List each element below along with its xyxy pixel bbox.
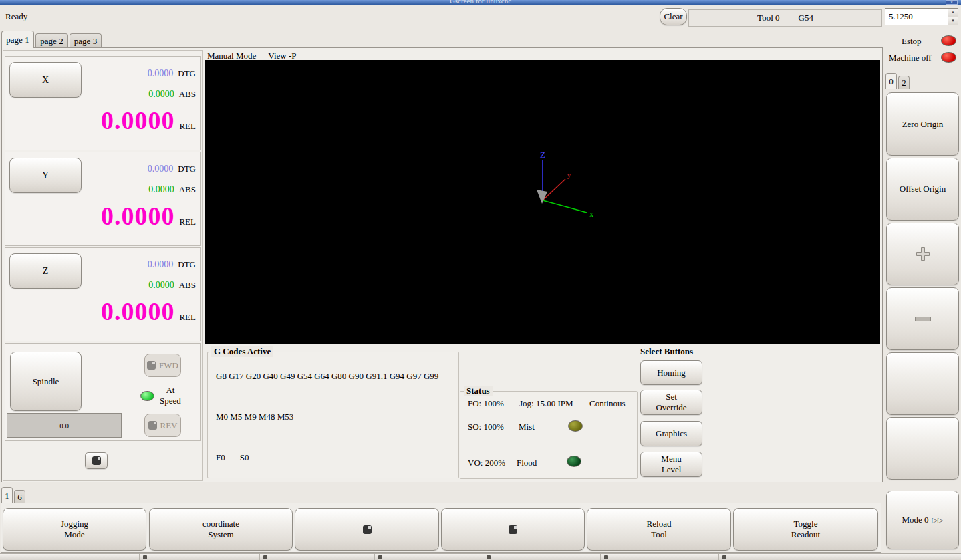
- homing-button[interactable]: Homing: [640, 360, 702, 385]
- tab-page-1[interactable]: page 1: [1, 31, 34, 48]
- tab-page-2[interactable]: page 2: [35, 33, 68, 48]
- machine-off-label: Machine off: [889, 53, 932, 63]
- tab-page-3[interactable]: page 3: [70, 33, 102, 48]
- bottom-tab-6[interactable]: 6: [14, 490, 25, 503]
- bottom-tab-1[interactable]: 1: [1, 487, 13, 503]
- rel-label: REL: [179, 312, 196, 323]
- axis-y-button[interactable]: Y: [9, 158, 82, 193]
- velocity-override-label: VO: 200%: [468, 458, 505, 468]
- taskbar-divider: [483, 554, 483, 560]
- taskbar-divider: [259, 554, 260, 560]
- status-frame-title: Status: [464, 386, 493, 396]
- bottom-blank-button-1[interactable]: [295, 508, 439, 551]
- window-title: Gscreen for linuxcnc: [0, 0, 961, 5]
- bottom-blank-button-2[interactable]: [441, 508, 585, 551]
- spin-down-icon[interactable]: ▼: [948, 17, 958, 25]
- jogging-mode-button[interactable]: Jogging Mode: [3, 508, 146, 551]
- toggle-readout-button[interactable]: Toggle Readout: [733, 508, 878, 551]
- spindle-override-label: SO: 100%: [468, 422, 504, 432]
- x-abs-value: 0.0000: [148, 89, 174, 100]
- feed-override-label: FO: 100%: [468, 398, 504, 409]
- active-gcode-label: G54: [799, 13, 813, 23]
- y-abs-value: 0.0000: [148, 184, 174, 195]
- offset-origin-button[interactable]: Offset Origin: [886, 158, 959, 221]
- flood-led: [567, 456, 581, 467]
- zero-origin-button[interactable]: Zero Origin: [886, 92, 959, 156]
- application-window: Gscreen for linuxcnc × Ready Clear Tool …: [0, 0, 961, 560]
- dro-panel: X 0.0000DTG 0.0000ABS 0.0000REL Y 0.0000…: [3, 50, 203, 481]
- set-override-button[interactable]: Set Override: [640, 390, 702, 415]
- coordinate-system-button[interactable]: coordinate System: [149, 508, 293, 551]
- spindle-fwd-label: FWD: [159, 360, 178, 371]
- mode-button[interactable]: Mode 0 ▷▷: [886, 491, 959, 549]
- spin-up-icon[interactable]: ▲: [948, 9, 958, 17]
- axis-x-label: x: [589, 209, 593, 219]
- reload-tool-button[interactable]: Reload Tool: [587, 508, 731, 551]
- z-rel-value: 0.0000: [101, 297, 175, 326]
- axis-x-button[interactable]: X: [9, 62, 82, 98]
- crosshair-icon: [915, 246, 931, 262]
- x-rel-value: 0.0000: [101, 106, 175, 135]
- spindle-button[interactable]: Spindle: [10, 352, 82, 411]
- fast-forward-icon: ▷▷: [932, 516, 944, 525]
- image-icon: [363, 525, 372, 534]
- right-blank-button-2[interactable]: [886, 417, 959, 480]
- spindle-extra-button[interactable]: [85, 452, 108, 469]
- y-rel-value: 0.0000: [101, 201, 175, 231]
- rel-label: REL: [179, 217, 196, 227]
- right-blank-button-1[interactable]: [886, 352, 959, 415]
- axes-origin-graphic: Z x y: [205, 60, 880, 344]
- tool-number-label: Tool 0: [757, 13, 779, 23]
- taskbar-divider: [600, 554, 601, 560]
- x-dtg-value: 0.0000: [148, 68, 174, 79]
- value-spinbox[interactable]: ▲ ▼: [885, 8, 958, 25]
- status-frame: Status FO: 100% Jog: 15.00 IPM Continous…: [460, 391, 638, 479]
- spindle-fwd-button[interactable]: FWD: [144, 354, 181, 377]
- window-titlebar[interactable]: Gscreen for linuxcnc ×: [0, 0, 961, 5]
- taskbar-item[interactable]: [263, 555, 267, 559]
- right-tab-2[interactable]: 2: [898, 76, 910, 89]
- axis-z-button[interactable]: Z: [9, 253, 82, 289]
- clear-button[interactable]: Clear: [660, 8, 687, 25]
- gremlin-preview-canvas[interactable]: Z x y: [205, 60, 880, 344]
- taskbar-item[interactable]: [487, 555, 491, 559]
- right-tab-0[interactable]: 0: [885, 73, 897, 89]
- gcodes-frame-title: G Codes Active: [211, 346, 273, 357]
- s-word: S0: [240, 452, 249, 463]
- f-word: F0: [216, 452, 225, 463]
- taskbar-item[interactable]: [378, 555, 382, 559]
- window-close-icon[interactable]: ×: [946, 0, 958, 5]
- at-speed-led: [140, 391, 154, 401]
- select-buttons-title: Select Buttons: [640, 346, 693, 357]
- spinbox-input[interactable]: [885, 9, 948, 25]
- machine-off-led: [941, 52, 956, 63]
- flood-label: Flood: [517, 458, 537, 468]
- active-gcodes-line: G8 G17 G20 G40 G49 G54 G64 G80 G90 G91.1…: [216, 371, 438, 382]
- taskbar-item[interactable]: [722, 555, 726, 559]
- taskbar-item[interactable]: [143, 555, 147, 559]
- jog-rate-label: Jog: 15.00 IPM: [519, 398, 573, 409]
- minus-icon: [915, 317, 931, 321]
- taskbar-divider: [718, 554, 719, 560]
- z-dtg-value: 0.0000: [148, 259, 174, 270]
- menu-level-button[interactable]: Menu Level: [640, 452, 702, 477]
- rel-label: REL: [179, 121, 196, 132]
- axis-y-label: y: [567, 172, 571, 179]
- graphics-button[interactable]: Graphics: [640, 421, 702, 446]
- mist-led: [568, 420, 583, 432]
- crosshair-button[interactable]: [886, 223, 959, 285]
- dro-axis-x: X 0.0000DTG 0.0000ABS 0.0000REL: [5, 56, 201, 150]
- spindle-fwd-icon: [147, 361, 156, 370]
- minus-button[interactable]: [886, 287, 959, 350]
- spindle-rev-label: REV: [160, 420, 178, 431]
- estop-label: Estop: [902, 36, 922, 47]
- spindle-speed-bar: 0.0: [7, 413, 122, 438]
- taskbar: [0, 553, 961, 560]
- active-mcodes-line: M0 M5 M9 M48 M53: [216, 412, 293, 422]
- spindle-rev-button[interactable]: REV: [144, 414, 181, 437]
- taskbar-divider: [374, 554, 375, 560]
- taskbar-item[interactable]: [604, 555, 608, 559]
- dro-axis-y: Y 0.0000DTG 0.0000ABS 0.0000REL: [5, 152, 201, 246]
- image-icon: [92, 456, 101, 465]
- tool-display: Tool 0 G54: [688, 9, 882, 27]
